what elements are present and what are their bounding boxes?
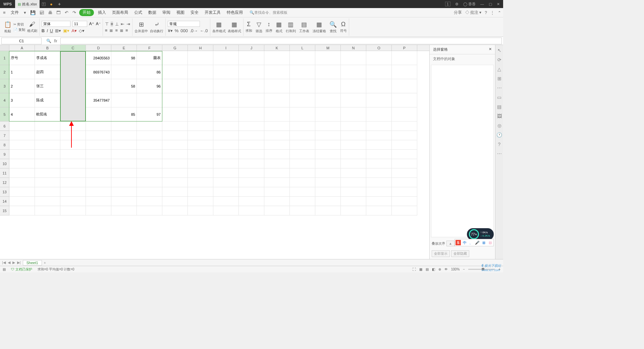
row-header[interactable]: 12 [0,178,9,187]
cell[interactable]: 欧阳名 [35,107,60,121]
cell[interactable] [188,178,213,187]
cell[interactable] [264,79,290,93]
clock-icon[interactable]: 🕐 [496,132,502,138]
currency-icon[interactable]: ¥▾ [168,28,172,33]
cell[interactable] [86,197,111,206]
cell[interactable] [188,121,213,131]
cell[interactable] [35,159,60,168]
cell[interactable] [239,93,264,107]
cell[interactable] [162,65,188,79]
cell[interactable] [35,140,60,150]
ime-grid-icon[interactable]: ⊟ [487,240,493,245]
cell[interactable] [315,206,341,215]
font-color-button[interactable]: A▾ [71,28,77,33]
tab-formula[interactable]: 公式 [132,9,144,16]
row-header[interactable]: 9 [0,150,9,159]
cell[interactable]: 李成名 [35,51,60,65]
tab-features[interactable]: 特色应用 [225,9,245,16]
cell[interactable] [162,79,188,93]
rowcol-icon[interactable]: ▥ [286,21,296,28]
cell[interactable] [392,121,417,131]
cell[interactable] [188,131,213,140]
cell[interactable] [239,150,264,159]
hamburger-icon[interactable]: ≡ [2,10,7,15]
cell[interactable] [35,206,60,215]
fx-icon[interactable]: fx [54,39,57,43]
cell[interactable] [392,168,417,178]
cell[interactable] [9,131,35,140]
cell[interactable]: 2 [9,79,35,93]
cell[interactable] [239,187,264,197]
cell[interactable] [111,178,137,187]
cell[interactable] [341,197,366,206]
tab-layout[interactable]: 页面布局 [110,9,130,16]
cell[interactable] [392,107,417,121]
justify-icon[interactable]: ≣ [120,28,123,33]
align-top-icon[interactable]: ⊤ [105,21,109,27]
cell[interactable] [111,168,137,178]
cell[interactable] [290,107,315,121]
cell[interactable] [86,178,111,187]
column-header-K[interactable]: K [264,45,290,51]
font-size-select[interactable] [72,21,87,27]
align-right-icon[interactable]: ≡ [115,28,118,33]
cell[interactable]: 97 [137,107,162,121]
cell[interactable] [162,121,188,131]
formula-input[interactable] [60,38,502,44]
column-header-B[interactable]: B [35,45,60,51]
cell[interactable] [86,121,111,131]
cell[interactable] [315,140,341,150]
cell[interactable] [162,197,188,206]
cell[interactable] [366,140,392,150]
file-menu[interactable]: 文件 [9,9,21,16]
cloud-icon[interactable]: △ [497,66,501,72]
tab-view[interactable]: 视图 [174,9,186,16]
column-header-N[interactable]: N [341,45,366,51]
cell[interactable] [341,187,366,197]
document-tab[interactable]: ▤ 姓名.xlsx [15,0,40,8]
cell[interactable] [188,168,213,178]
cell[interactable] [137,197,162,206]
italic-button[interactable]: I [47,28,48,33]
cell[interactable] [290,178,315,187]
cell[interactable] [162,93,188,107]
cell[interactable] [188,51,213,65]
cell[interactable] [137,206,162,215]
move-up-button[interactable]: ▲ [446,241,454,246]
help-strip-icon[interactable]: ? [498,142,501,147]
cell[interactable] [35,168,60,178]
row-header[interactable]: 5 [0,107,9,121]
cell[interactable]: 96 [137,79,162,93]
zoom-out-button[interactable]: − [463,267,465,271]
cell[interactable] [188,79,213,93]
cell[interactable] [111,121,137,131]
cell[interactable]: 圖表 [137,51,162,65]
cell[interactable] [341,107,366,121]
percent-icon[interactable]: % [175,28,179,33]
cell[interactable] [341,140,366,150]
print-icon[interactable]: 🖶 [47,10,53,15]
cell[interactable] [137,187,162,197]
cell[interactable] [86,79,111,93]
cell[interactable] [264,187,290,197]
cell[interactable] [239,107,264,121]
cell[interactable] [188,206,213,215]
cell[interactable] [111,140,137,150]
cell[interactable] [239,197,264,206]
tab-nav-last[interactable]: ▶| [17,260,21,265]
indent-inc-icon[interactable]: ⇥ [126,21,130,27]
cell[interactable] [9,178,35,187]
cell[interactable] [239,178,264,187]
distribute-icon[interactable]: ≡ [125,28,128,33]
pane-close-icon[interactable]: ✕ [489,47,492,52]
cell[interactable] [9,206,35,215]
cell[interactable] [392,79,417,93]
ime-toolbar[interactable]: S 中 、 🎤 ⊞ ⊟ [454,239,494,246]
row-header[interactable]: 3 [0,79,9,93]
hide-all-button[interactable]: 全部隐藏 [451,250,469,257]
cell[interactable] [366,65,392,79]
cell[interactable]: 赵四 [35,65,60,79]
bold-button[interactable]: B [42,28,45,33]
column-header-F[interactable]: F [137,45,162,51]
cell[interactable] [290,140,315,150]
